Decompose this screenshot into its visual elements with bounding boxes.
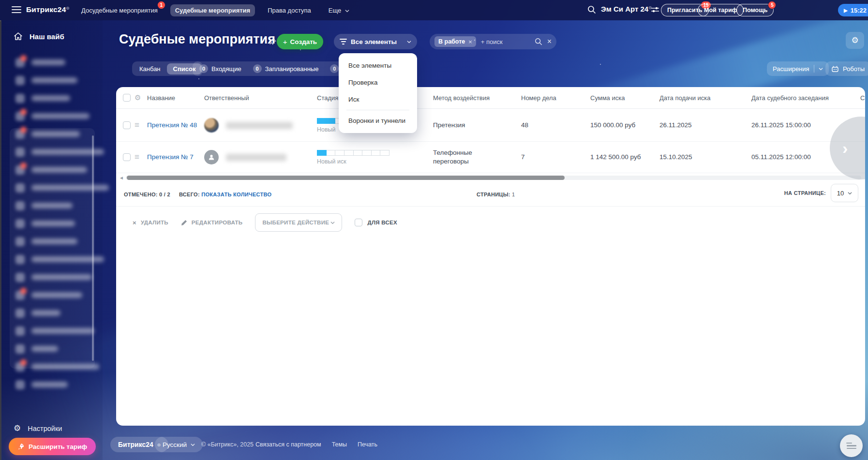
sidebar-item-blurred[interactable] <box>15 92 70 104</box>
sidebar-item-blurred[interactable] <box>15 361 99 372</box>
remove-filter-icon[interactable]: × <box>468 38 472 45</box>
dropdown-item-proverka[interactable]: Проверка <box>339 74 417 91</box>
tab-dosudebnye[interactable]: Досудебные мероприятия1 <box>76 4 163 16</box>
tab-sudebnye[interactable]: Судебные мероприятия <box>170 4 255 16</box>
tab-prava-dostupa[interactable]: Права доступа <box>263 4 316 16</box>
sidebar-item-home[interactable]: Наш вайб <box>14 32 64 41</box>
tariff-label: Мой тариф <box>704 7 737 14</box>
search-magnifier-icon[interactable] <box>535 38 542 45</box>
sidebar-item-blurred[interactable] <box>15 271 92 283</box>
sidebar-item-blurred[interactable] <box>15 307 60 319</box>
sidebar-item-settings[interactable]: ⚙ Настройки <box>14 423 62 433</box>
case-number-cell: 7 <box>521 153 590 162</box>
sidebar-item-blurred[interactable] <box>15 218 75 229</box>
sidebar-item-blurred[interactable] <box>15 325 94 337</box>
for-all-label: ДЛЯ ВСЕХ <box>367 220 397 225</box>
upgrade-tariff-button[interactable]: Расширить тариф <box>9 438 96 455</box>
funnel-filter-button[interactable]: Все элементы <box>334 34 417 49</box>
red-dot-badge <box>20 288 27 294</box>
sidebar-item-blurred[interactable] <box>15 200 73 211</box>
column-header-method[interactable]: Метод воздействия <box>433 94 521 102</box>
stage-progress-bar[interactable] <box>317 150 389 156</box>
for-all-checkbox[interactable] <box>355 219 362 226</box>
footer-link-themes[interactable]: Темы <box>332 441 347 448</box>
delete-button[interactable]: × УДАЛИТЬ <box>133 219 168 226</box>
hamburger-menu-icon[interactable] <box>12 6 21 14</box>
row-name-link[interactable]: Претензия № 48 <box>147 121 204 130</box>
row-menu-icon[interactable]: ≡ <box>135 152 147 162</box>
timer-button[interactable]: ▶ 15:22 <box>838 4 868 16</box>
column-settings-gear-icon[interactable]: ⚙ <box>135 93 147 102</box>
feedback-widget-button[interactable] <box>840 434 863 457</box>
app-logo[interactable]: Битрикс24◎ <box>26 5 70 14</box>
language-select[interactable]: Русский <box>155 437 203 452</box>
row-checkbox[interactable] <box>123 153 131 161</box>
sidebar-item-blurred[interactable] <box>15 379 68 390</box>
search-icon[interactable] <box>587 5 596 14</box>
for-all-checkbox-row[interactable]: ДЛЯ ВСЕХ <box>355 219 397 226</box>
sidebar-item-blurred[interactable] <box>15 57 65 68</box>
filter-tag-in-progress[interactable]: В работе × <box>434 36 476 47</box>
row-checkbox[interactable] <box>123 121 131 129</box>
search-placeholder[interactable]: + поиск <box>481 38 503 45</box>
portal-name[interactable]: Эм Си Арт 24◎ <box>601 5 652 13</box>
grid-settings-gear-button[interactable]: ⚙ <box>846 32 864 49</box>
scroll-left-arrow-icon[interactable]: ◄ <box>119 175 124 180</box>
column-header-claim-amount[interactable]: Сумма иска <box>590 94 659 102</box>
scrollbar-thumb[interactable] <box>127 176 565 180</box>
view-kanban[interactable]: Канбан <box>133 63 167 74</box>
delete-label: УДАЛИТЬ <box>141 220 168 225</box>
sidebar-item-blurred[interactable] <box>15 74 77 86</box>
counter-planned[interactable]: 0 Запланированные <box>253 64 319 73</box>
row-menu-icon[interactable]: ≡ <box>135 120 147 130</box>
counter-incoming[interactable]: 0 Входящие <box>199 64 241 73</box>
dropdown-item-isk[interactable]: Иск <box>339 91 417 108</box>
column-header-hearing-date[interactable]: Дата судебного заседания <box>751 94 860 102</box>
notification-badge: 1 <box>157 1 165 9</box>
pin-icon[interactable] <box>269 38 277 45</box>
blurred-label <box>31 238 77 244</box>
column-header-clipped[interactable]: С <box>860 94 865 102</box>
column-header-responsible[interactable]: Ответственный <box>204 94 317 102</box>
blurred-label <box>31 256 104 262</box>
create-button[interactable]: + Создать <box>277 34 323 49</box>
sidebar-item-blurred[interactable] <box>15 182 109 193</box>
footer-link-partner[interactable]: Связаться с партнером <box>255 441 321 448</box>
sidebar-item-blurred[interactable] <box>15 128 80 140</box>
footer-link-print[interactable]: Печать <box>358 441 377 448</box>
row-name-link[interactable]: Претензия № 7 <box>147 153 204 162</box>
column-header-filing-date[interactable]: Дата подачи иска <box>659 94 751 102</box>
sidebar-item-blurred[interactable] <box>15 236 77 247</box>
tab-more[interactable]: Еще <box>324 4 354 16</box>
filter-search-bar[interactable]: В работе × + поиск × <box>430 34 556 49</box>
sliders-icon[interactable] <box>651 6 659 13</box>
table-row[interactable]: ≡ Претензия № 48 Новый Претензия 48 150 … <box>116 109 865 142</box>
table-row[interactable]: ≡ Претензия № 7 Новый иск Телефонные пер… <box>116 142 865 173</box>
blurred-label <box>31 95 70 101</box>
bitrix24-app: Битрикс24◎ Досудебные мероприятия1 Судеб… <box>0 0 868 460</box>
dropdown-item-all-elements[interactable]: Все элементы <box>339 57 417 74</box>
sidebar-item-blurred[interactable] <box>15 253 104 265</box>
clear-search-icon[interactable]: × <box>547 37 552 46</box>
pencil-icon <box>181 220 187 226</box>
sidebar-item-blurred[interactable] <box>15 343 58 355</box>
sidebar-item-blurred[interactable] <box>15 110 90 122</box>
sidebar-home-label: Наш вайб <box>30 32 64 41</box>
choose-action-select[interactable]: ВЫБЕРИТЕ ДЕЙСТВИЕ <box>255 213 342 232</box>
column-header-case-number[interactable]: Номер дела <box>521 94 590 102</box>
blurred-label <box>31 310 60 316</box>
show-count-link[interactable]: ПОКАЗАТЬ КОЛИЧЕСТВО <box>201 192 271 197</box>
column-header-name[interactable]: Название <box>147 94 204 102</box>
sidebar-item-blurred[interactable] <box>15 164 87 176</box>
select-all-checkbox[interactable] <box>123 94 131 102</box>
scrollbar-track[interactable] <box>126 176 861 180</box>
sidebar-item-blurred[interactable] <box>15 146 104 158</box>
blurred-label <box>31 203 73 208</box>
extensions-button[interactable]: Расширения <box>767 61 829 76</box>
edit-button[interactable]: РЕДАКТИРОВАТЬ <box>181 220 243 226</box>
robots-button[interactable]: Роботы <box>825 61 868 76</box>
per-page-select[interactable]: 10 <box>831 184 858 202</box>
sidebar-item-blurred[interactable] <box>15 289 82 301</box>
dropdown-item-funnels-tunnels[interactable]: Воронки и туннели <box>339 112 417 129</box>
help-button[interactable]: Помощь 5 <box>736 4 774 16</box>
